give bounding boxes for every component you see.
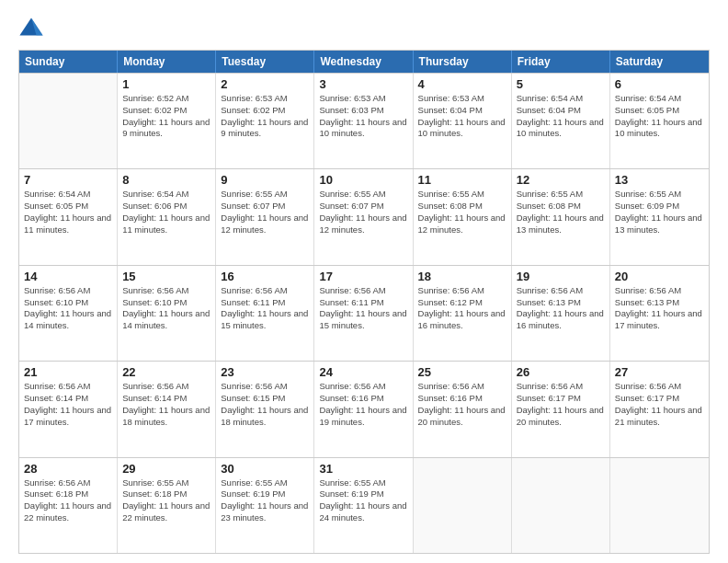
cell-info: Sunrise: 6:56 AMSunset: 6:16 PMDaylight:… <box>418 381 506 428</box>
calendar-cell: 3Sunrise: 6:53 AMSunset: 6:03 PMDaylight… <box>314 74 413 168</box>
calendar-cell: 4Sunrise: 6:53 AMSunset: 6:04 PMDaylight… <box>414 74 512 168</box>
cell-info: Sunrise: 6:56 AMSunset: 6:10 PMDaylight:… <box>122 285 210 332</box>
cell-info: Sunrise: 6:55 AMSunset: 6:07 PMDaylight:… <box>319 189 407 236</box>
cell-info: Sunrise: 6:52 AMSunset: 6:02 PMDaylight:… <box>122 93 210 140</box>
calendar-cell: 13Sunrise: 6:55 AMSunset: 6:09 PMDayligh… <box>610 169 709 264</box>
cell-day-number: 18 <box>418 270 506 283</box>
cell-day-number: 31 <box>319 462 407 476</box>
cell-info: Sunrise: 6:53 AMSunset: 6:02 PMDaylight:… <box>221 93 309 140</box>
cell-day-number: 24 <box>319 365 407 379</box>
calendar-week: 7Sunrise: 6:54 AMSunset: 6:05 PMDaylight… <box>19 168 709 264</box>
cell-day-number: 29 <box>122 462 210 476</box>
cell-day-number: 19 <box>517 270 605 283</box>
cell-day-number: 9 <box>221 173 309 187</box>
weekday-header: Friday <box>512 51 610 73</box>
calendar-cell: 23Sunrise: 6:56 AMSunset: 6:15 PMDayligh… <box>216 362 314 456</box>
calendar-cell: 16Sunrise: 6:56 AMSunset: 6:11 PMDayligh… <box>216 266 314 361</box>
cell-info: Sunrise: 6:55 AMSunset: 6:18 PMDaylight:… <box>122 477 210 524</box>
calendar-cell: 10Sunrise: 6:55 AMSunset: 6:07 PMDayligh… <box>314 169 413 264</box>
calendar-cell: 5Sunrise: 6:54 AMSunset: 6:04 PMDaylight… <box>512 74 610 168</box>
cell-info: Sunrise: 6:55 AMSunset: 6:09 PMDaylight:… <box>615 189 704 236</box>
calendar-cell <box>19 74 118 168</box>
cell-info: Sunrise: 6:56 AMSunset: 6:14 PMDaylight:… <box>122 381 210 428</box>
cell-info: Sunrise: 6:54 AMSunset: 6:06 PMDaylight:… <box>122 189 210 236</box>
cell-info: Sunrise: 6:55 AMSunset: 6:08 PMDaylight:… <box>418 189 506 236</box>
cell-day-number: 3 <box>319 77 407 91</box>
cell-info: Sunrise: 6:56 AMSunset: 6:17 PMDaylight:… <box>615 381 704 428</box>
cell-info: Sunrise: 6:53 AMSunset: 6:03 PMDaylight:… <box>319 93 407 140</box>
logo-icon <box>18 15 44 40</box>
calendar-cell <box>414 458 512 553</box>
cell-info: Sunrise: 6:56 AMSunset: 6:18 PMDaylight:… <box>24 477 112 524</box>
cell-day-number: 2 <box>221 77 309 91</box>
calendar-cell: 7Sunrise: 6:54 AMSunset: 6:05 PMDaylight… <box>19 169 118 264</box>
calendar-cell: 19Sunrise: 6:56 AMSunset: 6:13 PMDayligh… <box>512 266 610 361</box>
cell-day-number: 5 <box>517 77 605 91</box>
calendar-cell: 15Sunrise: 6:56 AMSunset: 6:10 PMDayligh… <box>118 266 216 361</box>
cell-info: Sunrise: 6:55 AMSunset: 6:07 PMDaylight:… <box>221 189 309 236</box>
calendar-cell: 2Sunrise: 6:53 AMSunset: 6:02 PMDaylight… <box>216 74 314 168</box>
cell-day-number: 12 <box>517 173 605 187</box>
cell-info: Sunrise: 6:56 AMSunset: 6:11 PMDaylight:… <box>221 285 309 332</box>
calendar-cell: 31Sunrise: 6:55 AMSunset: 6:19 PMDayligh… <box>314 458 413 553</box>
weekday-header: Saturday <box>610 51 709 73</box>
cell-day-number: 4 <box>418 77 506 91</box>
cell-day-number: 7 <box>24 173 112 187</box>
calendar-cell: 11Sunrise: 6:55 AMSunset: 6:08 PMDayligh… <box>414 169 512 264</box>
calendar-cell <box>610 458 709 553</box>
cell-info: Sunrise: 6:55 AMSunset: 6:19 PMDaylight:… <box>221 477 309 524</box>
calendar-week: 1Sunrise: 6:52 AMSunset: 6:02 PMDaylight… <box>19 73 709 168</box>
cell-info: Sunrise: 6:56 AMSunset: 6:17 PMDaylight:… <box>517 381 605 428</box>
cell-day-number: 21 <box>24 365 112 379</box>
calendar-cell: 6Sunrise: 6:54 AMSunset: 6:05 PMDaylight… <box>610 74 709 168</box>
cell-day-number: 10 <box>319 173 407 187</box>
cell-day-number: 14 <box>24 270 112 283</box>
calendar: SundayMondayTuesdayWednesdayThursdayFrid… <box>18 50 710 554</box>
calendar-cell: 21Sunrise: 6:56 AMSunset: 6:14 PMDayligh… <box>19 362 118 456</box>
calendar-header: SundayMondayTuesdayWednesdayThursdayFrid… <box>19 51 709 73</box>
calendar-body: 1Sunrise: 6:52 AMSunset: 6:02 PMDaylight… <box>19 73 709 553</box>
cell-day-number: 13 <box>615 173 704 187</box>
calendar-week: 21Sunrise: 6:56 AMSunset: 6:14 PMDayligh… <box>19 361 709 456</box>
cell-info: Sunrise: 6:56 AMSunset: 6:10 PMDaylight:… <box>24 285 112 332</box>
calendar-cell: 25Sunrise: 6:56 AMSunset: 6:16 PMDayligh… <box>414 362 512 456</box>
cell-day-number: 23 <box>221 365 309 379</box>
calendar-cell: 17Sunrise: 6:56 AMSunset: 6:11 PMDayligh… <box>314 266 413 361</box>
cell-day-number: 1 <box>122 77 210 91</box>
weekday-header: Thursday <box>414 51 512 73</box>
calendar-cell: 12Sunrise: 6:55 AMSunset: 6:08 PMDayligh… <box>512 169 610 264</box>
calendar-cell: 1Sunrise: 6:52 AMSunset: 6:02 PMDaylight… <box>118 74 216 168</box>
calendar-cell: 28Sunrise: 6:56 AMSunset: 6:18 PMDayligh… <box>19 458 118 553</box>
calendar-cell: 18Sunrise: 6:56 AMSunset: 6:12 PMDayligh… <box>414 266 512 361</box>
cell-info: Sunrise: 6:56 AMSunset: 6:11 PMDaylight:… <box>319 285 407 332</box>
cell-info: Sunrise: 6:56 AMSunset: 6:16 PMDaylight:… <box>319 381 407 428</box>
calendar-cell: 14Sunrise: 6:56 AMSunset: 6:10 PMDayligh… <box>19 266 118 361</box>
cell-info: Sunrise: 6:56 AMSunset: 6:12 PMDaylight:… <box>418 285 506 332</box>
cell-info: Sunrise: 6:54 AMSunset: 6:04 PMDaylight:… <box>517 93 605 140</box>
cell-day-number: 20 <box>615 270 704 283</box>
cell-info: Sunrise: 6:55 AMSunset: 6:08 PMDaylight:… <box>517 189 605 236</box>
cell-day-number: 30 <box>221 462 309 476</box>
cell-day-number: 27 <box>615 365 704 379</box>
page: SundayMondayTuesdayWednesdayThursdayFrid… <box>0 0 728 563</box>
cell-info: Sunrise: 6:53 AMSunset: 6:04 PMDaylight:… <box>418 93 506 140</box>
cell-day-number: 17 <box>319 270 407 283</box>
calendar-week: 14Sunrise: 6:56 AMSunset: 6:10 PMDayligh… <box>19 265 709 361</box>
calendar-cell: 30Sunrise: 6:55 AMSunset: 6:19 PMDayligh… <box>216 458 314 553</box>
calendar-week: 28Sunrise: 6:56 AMSunset: 6:18 PMDayligh… <box>19 457 709 553</box>
cell-day-number: 6 <box>615 77 704 91</box>
calendar-cell <box>512 458 610 553</box>
cell-info: Sunrise: 6:54 AMSunset: 6:05 PMDaylight:… <box>24 189 112 236</box>
cell-day-number: 11 <box>418 173 506 187</box>
cell-info: Sunrise: 6:56 AMSunset: 6:15 PMDaylight:… <box>221 381 309 428</box>
cell-day-number: 8 <box>122 173 210 187</box>
logo <box>18 15 48 40</box>
cell-info: Sunrise: 6:55 AMSunset: 6:19 PMDaylight:… <box>319 477 407 524</box>
cell-info: Sunrise: 6:56 AMSunset: 6:14 PMDaylight:… <box>24 381 112 428</box>
weekday-header: Monday <box>118 51 216 73</box>
calendar-cell: 26Sunrise: 6:56 AMSunset: 6:17 PMDayligh… <box>512 362 610 456</box>
weekday-header: Tuesday <box>216 51 314 73</box>
cell-day-number: 25 <box>418 365 506 379</box>
cell-day-number: 15 <box>122 270 210 283</box>
weekday-header: Sunday <box>19 51 118 73</box>
